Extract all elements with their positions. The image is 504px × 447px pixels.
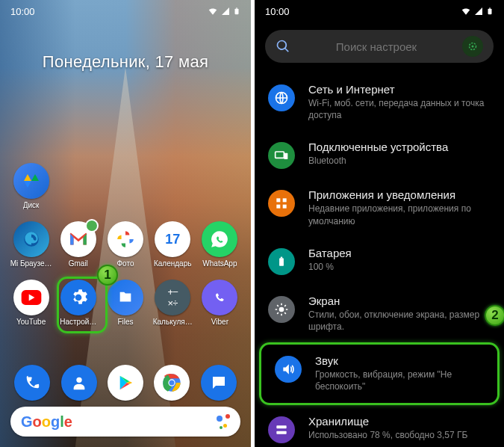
dock-chrome[interactable] [149,365,195,401]
devices-icon [268,142,295,169]
browser-icon [13,221,49,257]
dock-contacts[interactable] [55,365,102,401]
signal-icon [474,7,483,16]
app-drive[interactable]: Диск [9,163,53,209]
calendar-day: 17 [165,232,180,247]
display-icon [268,296,295,323]
battery-icon [233,6,240,16]
profile-avatar[interactable] [462,36,483,57]
status-bar: 10:00 [255,0,504,22]
setting-battery-title: Батарея [308,247,491,259]
app-mi-browser-label: Mi Браузе… [10,259,52,268]
app-calendar[interactable]: 17 Календарь [151,221,195,268]
dock-phone[interactable] [9,365,55,401]
svg-rect-14 [276,152,284,158]
setting-network[interactable]: Сеть и ИнтернетWi-Fi, моб. сети, передач… [255,73,504,131]
setting-display[interactable]: ЭкранСтили, обои, отключение экрана, раз… [255,285,504,342]
svg-rect-16 [276,199,280,203]
play-store-icon [108,365,143,401]
app-grid-row2: Mi Браузе… Gmail Фото 17 Календарь Whats… [9,221,242,268]
setting-storage[interactable]: ХранилищеИспользовано 78 %, свободно 3,5… [255,405,504,448]
date-widget[interactable]: Понедельник, 17 мая [43,52,208,72]
dock-messages[interactable] [196,365,242,401]
assistant-icon[interactable] [215,414,230,429]
svg-rect-10 [489,7,491,8]
status-time: 10:00 [265,6,290,17]
setting-apps[interactable]: Приложения и уведомленияНедавние приложе… [255,179,504,236]
svg-rect-19 [283,205,287,209]
phone-settings-screen: 10:00 Сеть и ИнтернетWi-Fi, моб. сети, п… [255,0,504,447]
setting-connected-devices[interactable]: Подключенные устройстваBluetooth [255,131,504,179]
highlight-settings-app [57,277,108,333]
svg-rect-20 [279,258,284,266]
settings-search[interactable] [265,30,494,63]
messages-icon [201,365,237,401]
svg-point-22 [279,306,284,312]
drive-icon [13,163,49,199]
files-icon [108,280,143,315]
marker-1: 1 [97,265,118,286]
app-whatsapp[interactable]: WhatsApp [198,221,242,268]
svg-point-8 [169,380,175,386]
status-bar: 10:00 [0,0,251,22]
app-photos[interactable]: Фото [103,221,147,268]
whatsapp-icon [202,221,237,257]
settings-search-input[interactable] [301,40,452,53]
setting-display-sub: Стили, обои, отключение экрана, размер ш… [308,309,491,333]
viber-icon [202,280,237,315]
setting-battery-sub: 100 % [308,261,491,273]
search-icon [276,39,290,54]
battery-icon [486,6,494,16]
app-photos-label: Фото [117,259,134,268]
svg-point-4 [76,377,81,383]
app-grid-row1: Диск [9,163,242,209]
app-files[interactable]: Files [103,280,147,326]
signal-icon [221,7,230,16]
storage-icon [268,416,295,443]
app-mi-browser[interactable]: Mi Браузе… [9,221,53,268]
sound-icon [275,356,302,383]
svg-rect-15 [284,153,287,159]
setting-network-title: Сеть и Интернет [308,83,491,96]
wifi-icon [461,6,471,16]
youtube-icon [13,280,49,315]
setting-storage-sub: Использовано 78 %, свободно 3,57 ГБ [308,429,491,441]
setting-display-title: Экран [308,295,491,307]
svg-rect-17 [283,199,287,203]
marker-2: 2 [485,305,504,326]
globe-icon [268,84,295,111]
app-viber-label: Viber [211,318,228,326]
dock-play[interactable] [102,365,149,401]
gmail-icon [60,221,96,257]
phone-home-screen: 10:00 Понедельник, 17 мая Диск Mi Браузе… [0,0,251,447]
app-viber[interactable]: Viber [198,280,242,326]
calendar-icon: 17 [155,221,190,257]
app-drive-label: Диск [23,201,40,209]
svg-rect-23 [276,425,286,428]
setting-battery[interactable]: Батарея100 % [255,237,504,285]
setting-connected-sub: Bluetooth [308,155,491,167]
setting-sound[interactable]: ЗвукГромкость, вибрация, режим "Не беспо… [259,342,500,404]
app-whatsapp-label: WhatsApp [202,259,237,268]
google-search-bar[interactable]: Google [10,407,240,437]
app-gmail-label: Gmail [69,259,88,268]
setting-sound-sub: Громкость, вибрация, режим "Не беспокоит… [315,369,484,392]
app-files-label: Files [117,318,133,326]
app-youtube-label: YouTube [16,318,46,326]
svg-rect-18 [276,205,280,209]
battery-setting-icon [268,248,295,275]
svg-point-12 [472,46,474,48]
svg-rect-1 [236,7,237,8]
app-calculator[interactable]: +−×÷ Калькуля… [151,280,195,326]
status-icons [208,6,240,16]
phone-icon [14,365,50,401]
notification-badge [85,219,99,232]
calculator-icon: +−×÷ [155,280,190,315]
photos-icon [108,221,143,257]
chrome-icon [154,365,190,401]
status-icons [461,6,494,16]
dock [9,365,242,401]
app-youtube[interactable]: YouTube [9,280,53,326]
svg-rect-0 [235,9,239,15]
app-gmail[interactable]: Gmail [56,221,100,268]
